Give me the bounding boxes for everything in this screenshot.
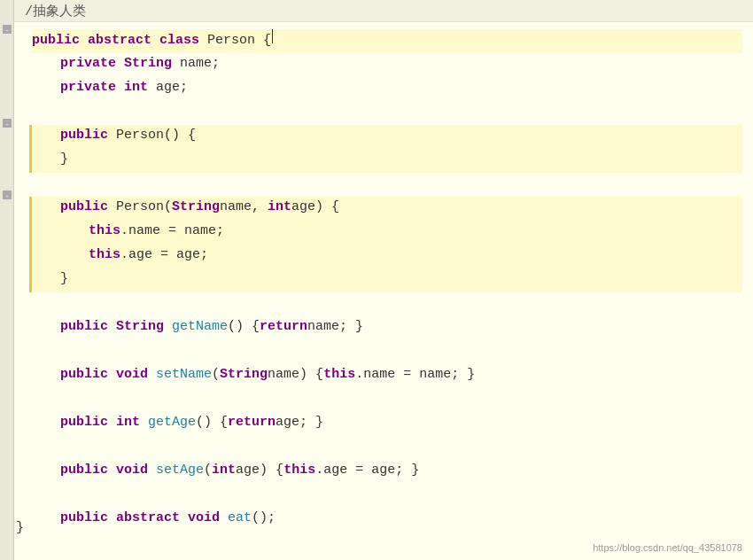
line-blank-2: [32, 173, 742, 197]
method-getname: getName: [172, 316, 228, 338]
kw-public-7: public: [60, 460, 108, 482]
line-constructor2-close: }: [29, 268, 742, 292]
line-eat: public abstract void eat();: [32, 508, 742, 532]
line-setage: public void setAge(int age) { this.age =…: [32, 460, 742, 484]
method-setage: setAge: [156, 460, 204, 482]
kw-public-6: public: [60, 412, 108, 434]
kw-abstract-2: abstract: [116, 508, 180, 530]
line-getage: public int getAge() { return age; }: [32, 412, 742, 436]
kw-return-1: return: [260, 316, 307, 338]
line-setname: public void setName(String name) { this.…: [32, 364, 742, 388]
kw-private-2: private: [60, 77, 116, 99]
text-cursor: [272, 29, 273, 43]
kw-public-4: public: [60, 316, 108, 338]
setname-assign: .name = name; }: [355, 364, 475, 386]
brace-close-2: }: [60, 268, 68, 291]
kw-this-3: this: [323, 364, 355, 386]
kw-class-1: class: [159, 30, 199, 52]
field-age: age;: [156, 77, 188, 99]
setage-assign: .age = age; }: [315, 460, 419, 482]
brace-close-1: }: [60, 149, 68, 171]
gutter: - - -: [0, 0, 14, 560]
type-string-3: String: [116, 316, 164, 338]
line-constructor2-open: public Person(String name, int age) {: [29, 197, 742, 221]
kw-private-1: private: [60, 53, 116, 75]
line-blank-7: [32, 484, 742, 508]
method-setname: setName: [156, 364, 212, 386]
kw-this-2: this: [89, 245, 120, 267]
class-name: Person {: [207, 30, 271, 52]
type-int-4: int: [212, 460, 236, 482]
param-name: name,: [220, 197, 268, 219]
fold-constructor1[interactable]: -: [3, 119, 12, 128]
param-age: age) {: [291, 197, 339, 219]
fold-class[interactable]: -: [3, 25, 12, 34]
kw-public-1: public: [32, 30, 80, 52]
watermark: https://blog.csdn.net/qq_43581078: [593, 542, 742, 553]
kw-void-1: void: [116, 364, 148, 386]
kw-void-2: void: [116, 460, 148, 482]
kw-public-3: public: [60, 197, 108, 219]
setname-body: name) {: [268, 364, 323, 386]
kw-void-3: void: [188, 508, 220, 530]
assign-name: .name = name;: [120, 221, 224, 243]
line-constructor1-open: public Person() {: [29, 125, 742, 149]
getage-return: age; }: [276, 412, 323, 434]
getage-body: () {: [196, 412, 228, 434]
type-string-2: String: [172, 197, 220, 219]
constructor-1: Person() {: [116, 125, 196, 147]
kw-this-1: this: [89, 221, 120, 243]
eat-sig: ();: [252, 508, 276, 530]
kw-public-2: public: [60, 125, 108, 147]
line-getname: public String getName() { return name; }: [32, 316, 742, 340]
method-getage: getAge: [148, 412, 196, 434]
kw-public-5: public: [60, 364, 108, 386]
file-comment: /抽象人类: [25, 4, 86, 19]
type-int-2: int: [268, 197, 291, 219]
type-int-1: int: [124, 77, 148, 99]
line-constructor1-close: }: [29, 149, 742, 173]
kw-return-2: return: [228, 412, 276, 434]
line-blank-3: [32, 292, 742, 316]
kw-this-4: this: [283, 460, 315, 482]
line-blank-6: [32, 436, 742, 460]
getname-body: () {: [228, 316, 260, 338]
getname-return: name; }: [307, 316, 363, 338]
line-1: public abstract class Person {: [32, 29, 742, 53]
kw-abstract-1: abstract: [88, 30, 151, 52]
setname-param: (: [212, 364, 220, 386]
editor-window: - - - /抽象人类 public abstract class Person…: [0, 0, 753, 560]
code-body: public abstract class Person { private S…: [14, 22, 753, 560]
type-string-1: String: [124, 53, 172, 75]
line-3: private int age;: [32, 77, 742, 101]
assign-age: .age = age;: [120, 245, 208, 267]
line-blank-5: [32, 388, 742, 412]
fold-constructor2[interactable]: -: [3, 191, 12, 199]
setage-param: (: [204, 460, 212, 482]
kw-public-8: public: [60, 508, 108, 530]
method-eat: eat: [228, 508, 252, 530]
type-string-4: String: [220, 364, 268, 386]
line-blank-1: [32, 101, 742, 125]
line-2: private String name;: [32, 53, 742, 77]
class-close-brace: }: [16, 520, 24, 535]
line-this-name: this.name = name;: [29, 221, 742, 245]
field-name: name;: [180, 53, 220, 75]
type-int-3: int: [116, 412, 140, 434]
setage-body: age) {: [236, 460, 283, 482]
line-blank-4: [32, 340, 742, 364]
constructor-2-sig: Person(: [116, 197, 172, 219]
line-this-age: this.age = age;: [29, 245, 742, 268]
